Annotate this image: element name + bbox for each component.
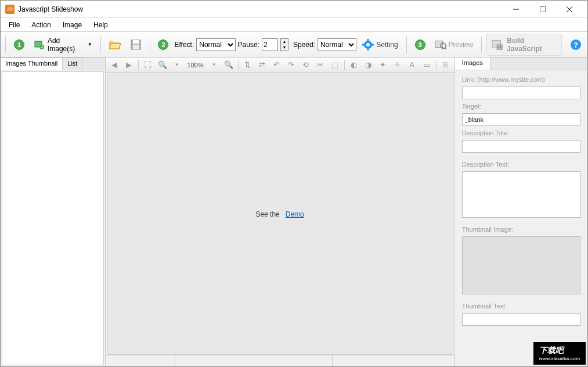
step-2-button[interactable]: 2 xyxy=(154,37,172,52)
menubar: File Action Image Help xyxy=(1,18,587,32)
svg-rect-9 xyxy=(133,45,139,49)
nav-next-button[interactable]: ▶ xyxy=(122,59,135,71)
build-javascript-button[interactable]: JS Build JavaScript xyxy=(486,34,562,56)
target-input[interactable] xyxy=(462,113,580,126)
svg-point-10 xyxy=(364,41,372,49)
maximize-button[interactable] xyxy=(529,1,556,17)
rotate-free-button[interactable]: ⟲ xyxy=(300,59,312,71)
thumbnail-list[interactable] xyxy=(2,71,104,365)
spin-down-icon[interactable]: ▼ xyxy=(281,45,288,51)
maximize-icon xyxy=(540,6,546,12)
nav-prev-button[interactable]: ◀ xyxy=(108,59,121,71)
open-button[interactable] xyxy=(106,37,124,53)
save-icon xyxy=(130,39,142,51)
image-toolbar: ◀ ▶ ⛶ 🔍 ▼ 100% ▼ 🔍 ⇅ ⇄ ↶ ↷ ⟲ ✂ ⬚ ◐ ◑ ✦ ✧… xyxy=(106,57,454,73)
step-2-icon: 2 xyxy=(158,39,168,50)
svg-point-11 xyxy=(366,43,370,46)
close-icon xyxy=(567,6,572,12)
arrow-right-icon: ▶ xyxy=(126,60,132,69)
menu-action[interactable]: Action xyxy=(26,20,56,30)
fit-button[interactable]: ⛶ xyxy=(142,59,154,71)
zoom-in-button[interactable]: 🔍 xyxy=(156,59,169,71)
svg-line-2 xyxy=(567,6,572,12)
step-3-icon: 3 xyxy=(415,39,425,50)
border-button[interactable]: ▭ xyxy=(420,59,433,71)
window-title: Javascript Slideshow xyxy=(18,5,503,13)
statusbar xyxy=(106,355,454,366)
effect-2-button[interactable]: ✧ xyxy=(391,59,404,71)
svg-rect-7 xyxy=(131,40,140,49)
text-icon: A xyxy=(409,60,414,69)
export-icon: ⎘ xyxy=(443,60,448,69)
app-icon: JS xyxy=(5,5,15,14)
minimize-button[interactable] xyxy=(503,1,529,17)
step-1-button[interactable]: 1 xyxy=(10,37,28,52)
add-images-button[interactable]: + Add Image(s) ▼ xyxy=(30,34,96,55)
zoom-dropdown-2[interactable]: ▼ xyxy=(208,59,221,71)
thumbnail-image-box[interactable] xyxy=(462,236,580,294)
add-images-label: Add Image(s) xyxy=(48,37,85,53)
zoom-dropdown[interactable]: ▼ xyxy=(171,59,183,71)
zoom-out-button[interactable]: 🔍 xyxy=(222,59,235,71)
save-button[interactable] xyxy=(127,37,145,53)
step-1-icon: 1 xyxy=(14,39,24,50)
speed-label: Speed: xyxy=(293,41,315,49)
svg-point-17 xyxy=(441,43,446,48)
arrow-left-icon: ◀ xyxy=(111,60,117,69)
description-title-input[interactable] xyxy=(462,140,580,153)
left-panel: Images Thumbnail List xyxy=(1,57,106,366)
preview-icon xyxy=(435,39,446,51)
help-button[interactable]: ? xyxy=(567,37,585,53)
svg-rect-19 xyxy=(492,40,501,48)
flip-h-icon: ⇄ xyxy=(259,60,265,69)
effect-select[interactable]: Normal xyxy=(196,38,235,51)
contrast-button[interactable]: ◑ xyxy=(362,59,375,71)
right-panel: Images Link: (http://www.mysite.com) Tar… xyxy=(454,57,587,366)
menu-image[interactable]: Image xyxy=(57,20,88,30)
canvas-text: See the Demo xyxy=(255,210,304,218)
flip-v-icon: ⇅ xyxy=(244,60,251,69)
brightness-button[interactable]: ◐ xyxy=(348,59,360,71)
pause-input[interactable] xyxy=(262,38,278,51)
tab-images-properties[interactable]: Images xyxy=(455,57,490,70)
tab-list[interactable]: List xyxy=(63,57,82,70)
flip-h-button[interactable]: ⇄ xyxy=(256,59,269,71)
close-button[interactable] xyxy=(556,1,583,17)
rotate-icon: ⟲ xyxy=(302,60,309,69)
effect-1-button[interactable]: ✦ xyxy=(377,59,389,71)
preview-button[interactable]: Preview xyxy=(431,37,477,53)
flip-v-button[interactable]: ⇅ xyxy=(241,59,254,71)
link-input[interactable] xyxy=(462,87,580,99)
border-icon: ▭ xyxy=(423,60,430,69)
svg-line-3 xyxy=(567,6,572,12)
zoom-level: 100% xyxy=(185,62,206,69)
crop-button[interactable]: ✂ xyxy=(314,59,327,71)
brightness-icon: ◐ xyxy=(351,60,357,69)
resize-button[interactable]: ⬚ xyxy=(329,59,341,71)
link-label: Link: (http://www.mysite.com) xyxy=(462,76,580,83)
menu-help[interactable]: Help xyxy=(88,20,114,30)
description-title-label: Description Title: xyxy=(462,129,580,136)
fit-icon: ⛶ xyxy=(144,60,151,69)
setting-button[interactable]: Setting xyxy=(359,37,401,53)
pause-spinner[interactable]: ▲ ▼ xyxy=(280,38,288,51)
step-3-button[interactable]: 3 xyxy=(412,37,429,52)
preview-canvas: See the Demo xyxy=(107,74,453,355)
chevron-down-icon: ▼ xyxy=(175,62,179,67)
svg-point-5 xyxy=(39,45,44,49)
rotate-right-button[interactable]: ↷ xyxy=(285,59,298,71)
export-button[interactable]: ⎘ xyxy=(439,59,452,71)
demo-link[interactable]: Demo xyxy=(286,210,304,218)
speed-select[interactable]: Normal xyxy=(318,38,356,51)
rotate-left-button[interactable]: ↶ xyxy=(270,59,283,71)
description-text-label: Description Text: xyxy=(462,161,580,168)
open-folder-icon xyxy=(109,39,121,51)
tab-images-thumbnail[interactable]: Images Thumbnail xyxy=(1,57,63,70)
spin-up-icon[interactable]: ▲ xyxy=(281,39,288,45)
zoom-out-icon: 🔍 xyxy=(224,60,233,69)
description-text-input[interactable] xyxy=(462,171,580,218)
menu-file[interactable]: File xyxy=(3,20,26,30)
svg-text:+: + xyxy=(41,45,44,50)
thumbnail-text-input[interactable] xyxy=(462,313,580,326)
text-button[interactable]: A xyxy=(406,59,419,71)
